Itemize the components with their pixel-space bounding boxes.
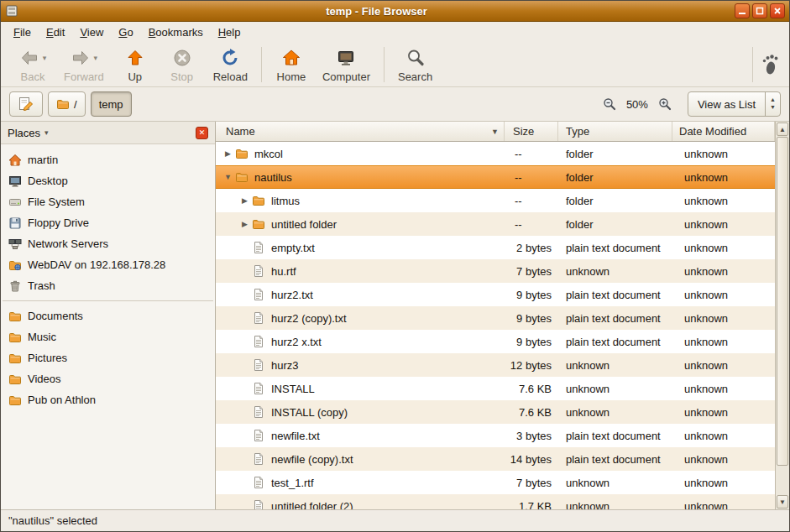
menu-help[interactable]: Help bbox=[211, 23, 249, 41]
file-row-test-1-rtf[interactable]: test_1.rtf7 bytesunknownunknown bbox=[216, 471, 775, 494]
stop-button[interactable]: Stop bbox=[159, 44, 206, 86]
file-row-nautilus[interactable]: ▼nautilus--folderunknown bbox=[216, 165, 775, 189]
text-file-icon bbox=[252, 429, 265, 442]
sidebar-item-videos[interactable]: Videos bbox=[1, 368, 215, 389]
modified-cell: unknown bbox=[672, 330, 775, 353]
sidebar-item-pub-on-athlon[interactable]: Pub on Athlon bbox=[1, 389, 215, 410]
file-row-hurz3[interactable]: hurz312 bytesunknownunknown bbox=[216, 353, 775, 377]
size-cell: -- bbox=[505, 166, 558, 188]
file-row-hurz2-txt[interactable]: hurz2.txt9 bytesplain text documentunkno… bbox=[216, 283, 775, 306]
column-header-label: Size bbox=[505, 125, 534, 138]
size-cell: 14 bytes bbox=[505, 447, 558, 471]
size-cell: 12 bytes bbox=[505, 353, 558, 377]
column-header-name[interactable]: Name▼ bbox=[216, 122, 505, 141]
sidebar-item-music[interactable]: Music bbox=[1, 326, 215, 347]
file-row-untitled-folder-2[interactable]: untitled folder (2)1.7 KBunknownunknown bbox=[216, 494, 775, 509]
search-icon bbox=[405, 48, 426, 68]
combo-stepper-icon[interactable]: ▲▼ bbox=[765, 92, 780, 116]
computer-button[interactable]: Computer bbox=[315, 44, 378, 86]
file-row-hurz2-x-txt[interactable]: hurz2 x.txt9 bytesplain text documentunk… bbox=[216, 330, 775, 353]
expander-icon[interactable]: ▶ bbox=[221, 149, 235, 158]
reload-icon bbox=[220, 48, 240, 68]
name-cell: hurz2 (copy).txt bbox=[216, 306, 505, 330]
menu-bookmarks[interactable]: Bookmarks bbox=[141, 23, 211, 41]
file-row-untitled-folder[interactable]: ▶untitled folder--folderunknown bbox=[216, 212, 775, 236]
file-row-hu-rtf[interactable]: hu.rtf7 bytesunknownunknown bbox=[216, 259, 775, 283]
file-row-newfile-copy-txt[interactable]: newfile (copy).txt14 bytesplain text doc… bbox=[216, 447, 775, 471]
folder-icon bbox=[8, 310, 22, 323]
menu-edit[interactable]: Edit bbox=[39, 23, 72, 41]
column-header-type[interactable]: Type bbox=[558, 122, 672, 141]
zoom-in-button[interactable] bbox=[656, 95, 674, 113]
close-button[interactable] bbox=[770, 3, 785, 18]
sidebar-close-button[interactable]: ✕ bbox=[196, 127, 208, 139]
network-icon bbox=[8, 237, 22, 251]
file-row-mkcol[interactable]: ▶mkcol--folderunknown bbox=[216, 142, 775, 165]
window-controls bbox=[735, 3, 785, 18]
reload-button[interactable]: Reload bbox=[206, 44, 255, 86]
size-cell: 7.6 KB bbox=[505, 400, 558, 424]
sidebar-item-documents[interactable]: Documents bbox=[1, 305, 215, 326]
sidebar-item-network-servers[interactable]: Network Servers bbox=[1, 233, 215, 254]
column-header-size[interactable]: Size bbox=[505, 122, 558, 141]
zoom-out-button[interactable] bbox=[600, 95, 619, 113]
edit-location-button[interactable] bbox=[9, 91, 43, 117]
places-title: Places bbox=[8, 127, 40, 139]
sidebar-item-webdav-on-192-168-178-28[interactable]: WebDAV on 192.168.178.28 bbox=[1, 254, 215, 275]
minimize-button[interactable] bbox=[735, 3, 750, 18]
view-mode-label: View as List bbox=[688, 92, 765, 116]
titlebar[interactable]: temp - File Browser bbox=[1, 1, 789, 22]
dropdown-arrow-icon[interactable]: ▾ bbox=[43, 54, 47, 62]
expander-icon[interactable]: ▼ bbox=[221, 173, 235, 181]
menu-go[interactable]: Go bbox=[111, 23, 140, 41]
current-folder-button[interactable]: temp bbox=[91, 91, 132, 117]
sidebar-item-pictures[interactable]: Pictures bbox=[1, 347, 215, 368]
modified-cell: unknown bbox=[672, 259, 775, 283]
scroll-up-button[interactable]: ▲ bbox=[777, 123, 788, 136]
scrollbar-handle[interactable] bbox=[777, 137, 788, 466]
up-icon bbox=[125, 48, 145, 68]
view-mode-select[interactable]: View as List ▲▼ bbox=[688, 91, 781, 117]
file-name: empty.txt bbox=[271, 242, 315, 254]
desktop-icon bbox=[8, 175, 22, 188]
dropdown-arrow-icon[interactable]: ▾ bbox=[94, 54, 98, 62]
sidebar-item-trash[interactable]: Trash bbox=[1, 275, 215, 296]
file-row-newfile-txt[interactable]: newfile.txt3 bytesplain text documentunk… bbox=[216, 424, 775, 447]
column-header-date-modified[interactable]: Date Modified bbox=[672, 122, 775, 141]
sidebar-item-desktop[interactable]: Desktop bbox=[1, 170, 215, 191]
text-file-icon bbox=[252, 405, 265, 419]
file-row-install-copy[interactable]: INSTALL (copy)7.6 KBunknownunknown bbox=[216, 400, 775, 424]
sidebar-item-file-system[interactable]: File System bbox=[1, 191, 215, 212]
folder-icon bbox=[235, 147, 249, 160]
modified-cell: unknown bbox=[672, 189, 775, 212]
expander-icon[interactable]: ▶ bbox=[238, 220, 252, 228]
type-cell: unknown bbox=[558, 471, 672, 494]
sidebar-item-martin[interactable]: martin bbox=[1, 149, 215, 170]
folder-icon bbox=[8, 394, 22, 407]
vertical-scrollbar[interactable]: ▲ ▼ bbox=[775, 122, 789, 509]
file-row-install[interactable]: INSTALL7.6 KBunknownunknown bbox=[216, 377, 775, 400]
up-button[interactable]: Up bbox=[112, 44, 159, 86]
menu-view[interactable]: View bbox=[72, 23, 111, 41]
forward-button[interactable]: ▾Forward bbox=[56, 44, 112, 86]
back-button[interactable]: ▾Back bbox=[9, 44, 56, 86]
sort-indicator-icon: ▼ bbox=[491, 128, 504, 136]
home-button[interactable]: Home bbox=[268, 44, 315, 86]
search-button[interactable]: Search bbox=[390, 44, 440, 86]
root-path-button[interactable]: / bbox=[48, 91, 86, 117]
maximize-button[interactable] bbox=[752, 3, 767, 18]
folder-icon bbox=[252, 217, 265, 231]
scrollbar-trough[interactable] bbox=[777, 137, 788, 494]
text-file-icon bbox=[252, 358, 265, 372]
sidebar-item-floppy-drive[interactable]: Floppy Drive bbox=[1, 212, 215, 233]
file-row-hurz2-copy-txt[interactable]: hurz2 (copy).txt9 bytesplain text docume… bbox=[216, 306, 775, 330]
folder-icon bbox=[8, 352, 22, 365]
expander-icon[interactable]: ▶ bbox=[238, 196, 252, 205]
file-row-empty-txt[interactable]: empty.txt2 bytesplain text documentunkno… bbox=[216, 236, 775, 259]
scroll-down-button[interactable]: ▼ bbox=[777, 495, 788, 509]
menu-file[interactable]: File bbox=[6, 23, 39, 41]
modified-cell: unknown bbox=[672, 166, 775, 188]
file-row-litmus[interactable]: ▶litmus--folderunknown bbox=[216, 189, 775, 212]
name-cell: newfile (copy).txt bbox=[216, 447, 505, 471]
places-dropdown[interactable]: Places ▾ bbox=[8, 127, 49, 139]
